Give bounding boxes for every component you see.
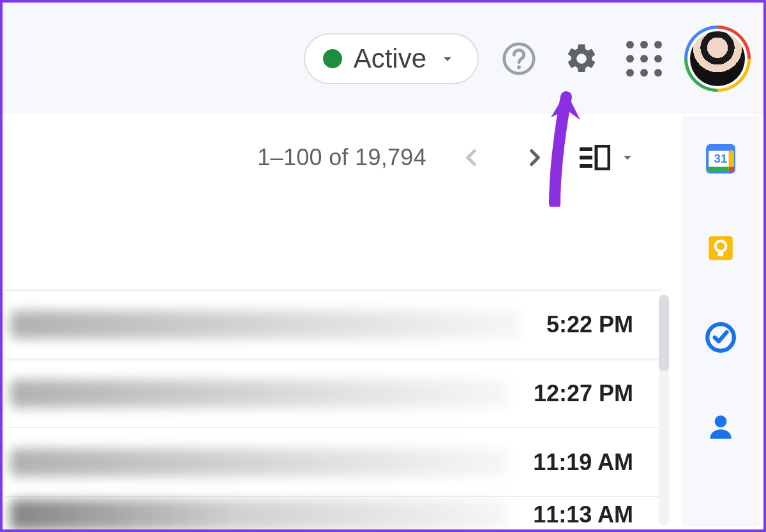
scroll-thumb[interactable] — [659, 295, 669, 371]
svg-point-1 — [517, 65, 521, 69]
email-subject-blurred — [10, 499, 507, 530]
settings-button[interactable] — [559, 36, 604, 81]
header-bar: Active — [3, 3, 763, 114]
svg-text:31: 31 — [714, 152, 728, 165]
tasks-app-button[interactable] — [703, 320, 738, 355]
toggle-split-pane-button[interactable] — [580, 145, 636, 170]
email-subject-blurred — [10, 448, 507, 477]
keep-app-button[interactable] — [703, 231, 738, 265]
status-label: Active — [354, 43, 426, 74]
email-row[interactable]: 11:13 AM — [5, 497, 661, 532]
list-toolbar: 1–100 of 19,794 — [5, 116, 680, 199]
svg-rect-14 — [718, 251, 723, 256]
list-scrollbar[interactable] — [659, 295, 669, 526]
side-panel: 31 — [682, 116, 760, 527]
svg-rect-5 — [596, 146, 609, 169]
pagination-count: 1–100 of 19,794 — [257, 144, 426, 171]
svg-rect-10 — [729, 151, 734, 167]
svg-point-16 — [715, 415, 727, 427]
email-row[interactable]: 5:22 PM — [5, 290, 661, 359]
inbox-panel: 1–100 of 19,794 5:22 PM 12:27 PM — [5, 116, 680, 532]
email-time: 5:22 PM — [546, 311, 633, 338]
svg-rect-7 — [707, 145, 734, 151]
contacts-app-button[interactable] — [703, 410, 738, 444]
avatar-image — [690, 31, 745, 86]
email-time: 11:13 AM — [533, 501, 633, 528]
apps-grid-icon — [626, 41, 662, 77]
svg-rect-8 — [729, 167, 734, 172]
help-button[interactable] — [497, 36, 541, 81]
svg-rect-9 — [707, 167, 728, 172]
email-list: 5:22 PM 12:27 PM 11:19 AM 11:13 AM — [5, 290, 661, 532]
svg-rect-2 — [580, 147, 592, 151]
prev-page-button[interactable] — [452, 138, 490, 177]
svg-rect-3 — [580, 156, 592, 159]
chat-status-chip[interactable]: Active — [304, 33, 479, 84]
email-subject-blurred — [10, 311, 521, 339]
calendar-app-button[interactable]: 31 — [703, 142, 738, 176]
status-dot-icon — [323, 49, 342, 68]
caret-down-icon — [438, 49, 457, 68]
email-row[interactable]: 11:19 AM — [5, 428, 661, 497]
email-subject-blurred — [10, 380, 508, 408]
email-time: 11:19 AM — [533, 449, 633, 476]
email-row[interactable]: 12:27 PM — [5, 359, 661, 428]
account-avatar[interactable] — [684, 26, 751, 92]
email-time: 12:27 PM — [534, 380, 633, 407]
next-page-button[interactable] — [516, 138, 554, 177]
svg-rect-4 — [580, 164, 592, 168]
google-apps-button[interactable] — [622, 36, 666, 81]
